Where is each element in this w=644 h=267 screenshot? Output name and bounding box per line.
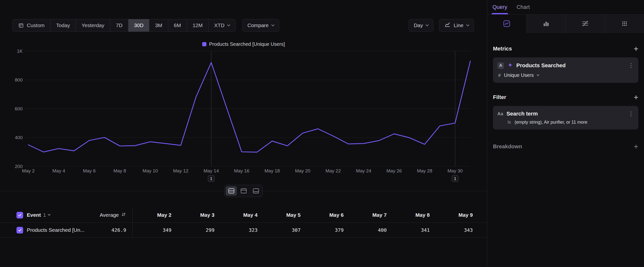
compare-button[interactable]: Compare xyxy=(242,19,279,32)
layout-bottom-icon[interactable] xyxy=(250,186,262,196)
range-30d-button[interactable]: 30D xyxy=(128,19,149,32)
range-label: 3M xyxy=(155,23,162,28)
query-builder: Metrics + A Products Searched ⋮ # Unique… xyxy=(487,46,644,150)
calendar-icon xyxy=(18,23,24,28)
granularity-button[interactable]: Day xyxy=(408,19,434,32)
date-column-header[interactable]: May 3 xyxy=(172,212,214,218)
range-3m-button[interactable]: 3M xyxy=(149,19,168,32)
row-event-cell[interactable]: Products Searched [Un... xyxy=(27,227,88,233)
x-axis-tick-label: May 20 xyxy=(295,168,310,173)
chevron-down-icon xyxy=(271,23,274,26)
row-average-value: 426.9 xyxy=(112,227,126,233)
average-column-header[interactable]: Average xyxy=(88,212,126,218)
date-column-header[interactable]: May 8 xyxy=(387,212,430,218)
row-value-cell: 323 xyxy=(214,227,258,233)
range-label: Custom xyxy=(27,23,44,28)
row-value-cell: 349 xyxy=(132,227,172,233)
date-column-header[interactable]: May 7 xyxy=(344,212,387,218)
tab-chart[interactable]: Chart xyxy=(516,0,530,14)
tab-query[interactable]: Query xyxy=(492,0,507,14)
layout-top-icon[interactable] xyxy=(238,186,249,196)
range-label: 6M xyxy=(174,23,181,28)
add-filter-button[interactable]: + xyxy=(634,94,638,101)
number-type-icon: # xyxy=(498,73,501,78)
chevron-down-icon xyxy=(48,213,50,215)
range-custom-button[interactable]: Custom xyxy=(12,19,50,32)
series-letter-badge: A xyxy=(498,62,504,69)
select-all-checkbox[interactable] xyxy=(16,212,23,218)
average-header-label: Average xyxy=(100,212,119,218)
date-column-header[interactable]: May 5 xyxy=(258,212,300,218)
chart-type-button[interactable]: Line xyxy=(439,19,474,32)
x-axis-tick-label: May 12 xyxy=(173,168,188,173)
more-charts-icon[interactable] xyxy=(605,15,644,33)
layout-toggle-group xyxy=(224,185,263,197)
date-column-header[interactable]: May 9 xyxy=(430,212,473,218)
filter-title: Filter xyxy=(493,94,506,101)
range-7d-button[interactable]: 7D xyxy=(110,19,128,32)
add-breakdown-button[interactable]: + xyxy=(634,143,638,150)
row-value-cell: 307 xyxy=(258,227,300,233)
range-today-button[interactable]: Today xyxy=(50,19,76,32)
check-icon xyxy=(18,213,22,217)
range-label: 7D xyxy=(116,23,122,28)
metric-name[interactable]: Products Searched xyxy=(516,62,625,69)
date-column-header[interactable]: May 2 xyxy=(132,212,172,218)
range-xtd-button[interactable]: XTD xyxy=(208,19,236,32)
metric-card[interactable]: A Products Searched ⋮ # Unique Users xyxy=(493,57,638,83)
x-axis-tick-label: May 16 xyxy=(234,168,249,173)
range-label: XTD xyxy=(214,23,224,28)
filter-card[interactable]: Aa Search term ⋮ Is (empty string), Air … xyxy=(493,106,638,130)
string-property-icon: Aa xyxy=(498,111,503,117)
range-6m-button[interactable]: 6M xyxy=(168,19,187,32)
series-legend-label: Products Searched [Unique Users] xyxy=(209,41,285,47)
compare-label: Compare xyxy=(248,23,268,28)
kebab-menu-icon[interactable]: ⋮ xyxy=(628,111,634,117)
insights-line-icon[interactable] xyxy=(487,15,526,33)
date-range-segmented: CustomTodayYesterday7D30D3M6M12MXTD xyxy=(12,19,236,32)
filter-operator[interactable]: Is xyxy=(508,120,511,125)
chevron-down-icon xyxy=(536,73,539,76)
breakdown-title: Breakdown xyxy=(493,143,522,150)
row-average-cell: 426.9 xyxy=(88,227,126,233)
chevron-down-icon xyxy=(426,23,429,26)
chart-legend: Products Searched [Unique Users] xyxy=(0,41,487,47)
layout-split-icon[interactable] xyxy=(226,186,237,196)
bar-chart-icon[interactable] xyxy=(526,15,566,33)
event-column-header[interactable]: Event 1 xyxy=(27,212,88,218)
sort-icon[interactable] xyxy=(121,212,126,218)
y-axis-tick-label: 200 xyxy=(15,164,23,169)
metrics-title: Metrics xyxy=(493,46,512,52)
granularity-label: Day xyxy=(414,23,423,28)
range-12m-button[interactable]: 12M xyxy=(187,19,208,32)
metric-measure-row[interactable]: # Unique Users xyxy=(498,72,634,78)
app-root: CustomTodayYesterday7D30D3M6M12MXTD Comp… xyxy=(0,0,644,267)
row-checkbox[interactable] xyxy=(16,227,23,233)
metrics-section-header: Metrics + xyxy=(493,46,638,52)
kebab-menu-icon[interactable]: ⋮ xyxy=(628,63,634,69)
x-axis-tick-label: May 4 xyxy=(52,168,65,173)
filter-property-name[interactable]: Search term xyxy=(506,111,625,117)
row-value-cell: 400 xyxy=(344,227,387,233)
date-column-header[interactable]: May 4 xyxy=(214,212,258,218)
y-axis-tick-label: 800 xyxy=(15,77,23,83)
flows-table-icon[interactable] xyxy=(566,15,605,33)
range-label: 12M xyxy=(192,23,203,28)
add-metric-button[interactable]: + xyxy=(634,46,638,52)
y-axis-tick-label: 1K xyxy=(17,49,23,54)
range-yesterday-button[interactable]: Yesterday xyxy=(76,19,110,32)
filter-condition-row[interactable]: Is (empty string), Air purifier, or 11 m… xyxy=(498,120,634,125)
date-column-header[interactable]: May 6 xyxy=(300,212,344,218)
event-header-label: Event xyxy=(27,212,41,218)
filter-value[interactable]: (empty string), Air purifier, or 11 more xyxy=(514,120,588,125)
x-axis-tick-label: May 6 xyxy=(83,168,96,173)
sidebar-tab-bar: Query Chart xyxy=(487,0,644,15)
row-value-cell: 379 xyxy=(300,227,344,233)
x-axis-tick-label: May 8 xyxy=(114,168,126,173)
series-swatch xyxy=(202,42,206,46)
check-icon xyxy=(18,228,22,232)
breakdown-section-header: Breakdown + xyxy=(493,143,638,150)
measure-selector[interactable]: Unique Users xyxy=(504,72,534,78)
x-axis-tick-label: May 14 xyxy=(204,168,219,173)
filter-section-header: Filter + xyxy=(493,94,638,101)
